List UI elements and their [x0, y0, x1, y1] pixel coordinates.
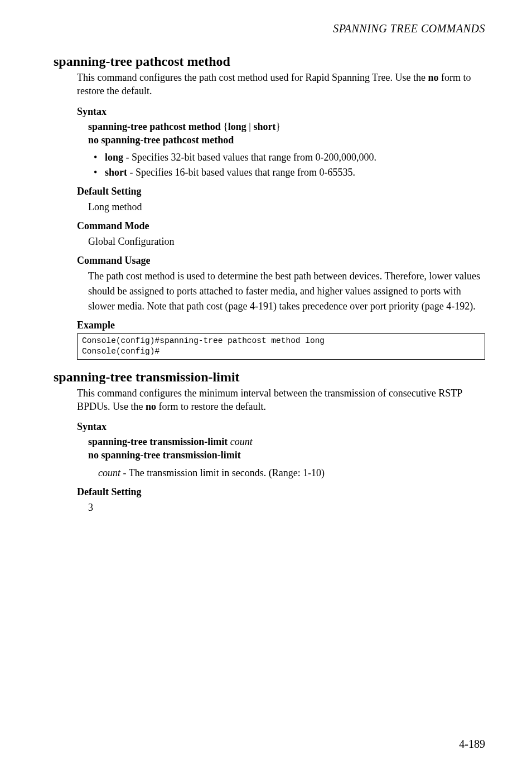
param2-count-italic: count [98, 467, 120, 478]
syntax-no-cmd: no spanning-tree pathcost method [88, 134, 234, 146]
section-title-transmission: spanning-tree transmission-limit [54, 370, 485, 385]
mode-heading: Command Mode [77, 220, 485, 232]
syntax-block-2: spanning-tree transmission-limit count n… [88, 435, 485, 462]
syntax2-count-italic: count [230, 436, 253, 447]
mode-text: Global Configuration [88, 234, 485, 249]
intro2-text-b: form to restore the default. [156, 401, 266, 412]
section-intro-2: This command configures the minimum inte… [77, 387, 485, 414]
param-desc: - Specifies 32-bit based values that ran… [123, 152, 376, 163]
param-desc-2: count - The transmission limit in second… [98, 466, 485, 481]
syntax2-cmd: spanning-tree transmission-limit [88, 436, 230, 447]
param-kw-long: long [105, 152, 123, 163]
syntax-cmd: spanning-tree pathcost method [88, 121, 221, 132]
list-item: short - Specifies 16-bit based values th… [94, 165, 485, 180]
syntax-kw-long: long [228, 121, 246, 132]
syntax-kw-short: short [253, 121, 275, 132]
example-heading: Example [77, 320, 485, 331]
list-item: long - Specifies 32-bit based values tha… [94, 150, 485, 165]
intro-text-a: This command configures the path cost me… [77, 72, 428, 83]
section-intro: This command configures the path cost me… [77, 71, 485, 98]
intro2-text-a: This command configures the minimum inte… [77, 388, 462, 412]
default-heading: Default Setting [77, 186, 485, 197]
intro2-bold-no: no [146, 401, 156, 412]
syntax2-no-cmd: no spanning-tree transmission-limit [88, 449, 241, 461]
param-desc: - Specifies 16-bit based values that ran… [127, 167, 355, 178]
syntax-block: spanning-tree pathcost method {long | sh… [88, 120, 485, 147]
default-text-2: 3 [88, 500, 485, 515]
param-list: long - Specifies 32-bit based values tha… [94, 150, 485, 180]
example-code: Console(config)#spanning-tree pathcost m… [77, 333, 485, 360]
running-head: SPANNING TREE COMMANDS [54, 22, 485, 35]
page-number: 4-189 [459, 738, 485, 751]
param-kw-short: short [105, 167, 127, 178]
section-title-pathcost: spanning-tree pathcost method [54, 54, 485, 69]
default-text: Long method [88, 200, 485, 215]
param2-rest: - The transmission limit in seconds. (Ra… [120, 467, 325, 478]
usage-heading: Command Usage [77, 255, 485, 267]
syntax-heading-2: Syntax [77, 421, 485, 433]
intro-bold-no: no [428, 72, 438, 83]
syntax-heading: Syntax [77, 106, 485, 118]
syntax-brace-open: { [221, 121, 228, 132]
syntax-pipe: | [246, 121, 254, 132]
syntax-brace-close: } [275, 121, 280, 132]
usage-text: The path cost method is used to determin… [88, 269, 485, 314]
default-heading-2: Default Setting [77, 486, 485, 498]
